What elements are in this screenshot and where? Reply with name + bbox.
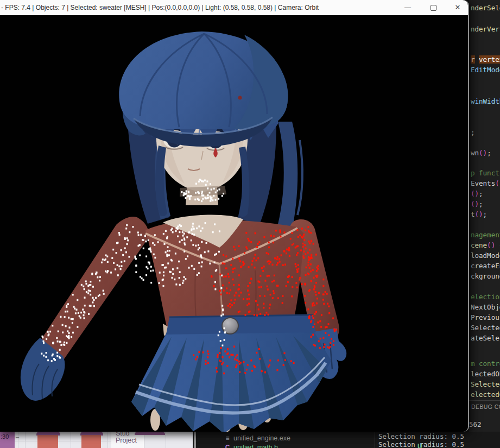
code-line: election bbox=[471, 293, 500, 301]
code-line: r vertex bbox=[471, 55, 500, 64]
maximize-icon bbox=[431, 5, 436, 11]
code-line: createEn bbox=[471, 262, 500, 270]
vscode-bottom-panel[interactable]: ≡unified_engine.exeCunified_math.hU Sele… bbox=[193, 432, 500, 448]
close-button[interactable]: ✕ bbox=[448, 0, 467, 15]
event-title-line2: Project bbox=[116, 437, 137, 444]
calendar-event-card[interactable] bbox=[36, 432, 60, 448]
file-name: unified_engine.exe bbox=[232, 434, 290, 442]
calendar-time-label: :30 bbox=[1, 433, 9, 440]
calendar-event-card[interactable] bbox=[80, 432, 103, 448]
maximize-button[interactable] bbox=[424, 0, 442, 15]
code-line: wn(); bbox=[471, 149, 491, 157]
file-row[interactable]: ≡unified_engine.exe bbox=[223, 433, 370, 442]
debug-console-tab-label: DEBUG CON bbox=[471, 403, 500, 410]
code-editor-strip[interactable]: nderSelenderVertr vertexEditModewinWidth… bbox=[469, 0, 500, 448]
calendar-app-sliver[interactable]: :30 – Stud Project bbox=[0, 432, 193, 448]
code-line: Previous bbox=[471, 313, 500, 322]
code-line: nderSele bbox=[471, 4, 500, 12]
panel-vertical-divider bbox=[375, 432, 375, 448]
code-line: cene() { bbox=[471, 241, 500, 250]
window-title: - FPS: 7.4 | Objects: 7 | Selected: swea… bbox=[1, 4, 319, 11]
skirt bbox=[131, 315, 331, 432]
code-line: nagement bbox=[471, 231, 500, 239]
desktop-screen: nderSelenderVertr vertexEditModewinWidth… bbox=[0, 0, 500, 448]
code-line: lectedOb bbox=[471, 370, 500, 378]
file-type-icon: C bbox=[223, 444, 232, 448]
code-line: loadMode bbox=[471, 251, 500, 260]
event-card-body bbox=[37, 435, 58, 448]
code-line: ateSelec bbox=[471, 334, 500, 343]
code-line: winWidth bbox=[471, 97, 500, 106]
engine-window: - FPS: 7.4 | Objects: 7 | Selected: swea… bbox=[0, 0, 469, 432]
code-line: ckground bbox=[471, 272, 500, 281]
file-name: unified_math.h bbox=[232, 444, 278, 448]
code-line: p functi bbox=[471, 169, 500, 178]
event-card-body bbox=[81, 435, 101, 448]
title-bar[interactable]: - FPS: 7.4 | Objects: 7 | Selected: swea… bbox=[0, 0, 468, 15]
code-line: Selected bbox=[471, 380, 500, 389]
file-type-icon: ≡ bbox=[223, 434, 232, 442]
code-line: Selected bbox=[471, 324, 500, 332]
console-line: Selection radius: 0.5 bbox=[378, 432, 464, 440]
character-model[interactable] bbox=[0, 15, 468, 432]
console-line: Selection radius: 0.5 bbox=[378, 440, 464, 448]
code-line: ; bbox=[471, 128, 475, 137]
code-line: m contro bbox=[471, 359, 500, 368]
code-line: (); bbox=[471, 190, 483, 198]
minimize-button[interactable]: — bbox=[398, 0, 417, 15]
console-partial-count: 562 bbox=[469, 420, 482, 428]
code-line: t(); bbox=[471, 210, 487, 219]
code-line: EditMode bbox=[471, 66, 500, 74]
code-line: (); bbox=[471, 200, 483, 209]
code-line: electedO bbox=[471, 390, 500, 399]
panel-divider-line bbox=[469, 400, 500, 401]
code-line: NextObje bbox=[471, 303, 500, 312]
calendar-gridline bbox=[107, 432, 108, 448]
calendar-gridline bbox=[35, 432, 35, 448]
file-row[interactable]: Cunified_math.hU bbox=[223, 442, 370, 448]
viewport-3d[interactable] bbox=[0, 15, 468, 432]
calendar-event-card[interactable] bbox=[135, 432, 165, 435]
calendar-gridline bbox=[71, 432, 71, 448]
window-edge-strip bbox=[194, 432, 196, 448]
code-line: Events() bbox=[471, 179, 500, 188]
code-line: nderVert bbox=[471, 25, 500, 34]
calendar-dash: – bbox=[16, 433, 19, 440]
calendar-gridline bbox=[166, 432, 166, 448]
calendar-gridline bbox=[25, 432, 26, 448]
